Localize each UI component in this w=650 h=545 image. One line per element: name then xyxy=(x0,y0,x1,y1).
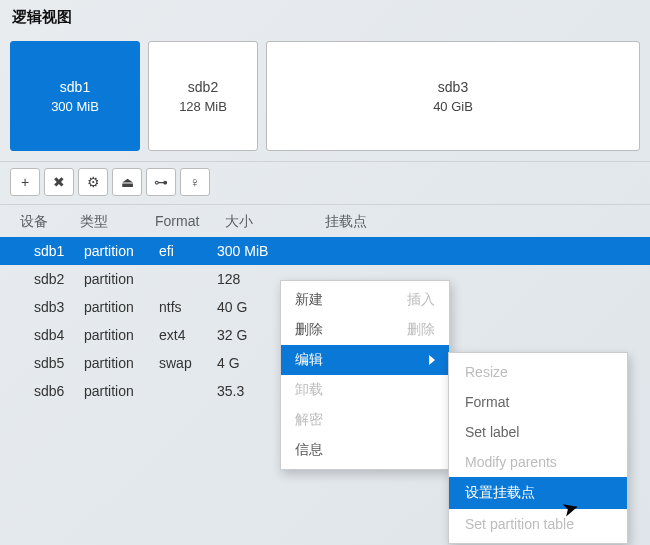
cell-device: sdb5 xyxy=(34,355,84,371)
table-header: 设备 类型 Format 大小 挂载点 xyxy=(0,205,650,237)
submenu-resize-label: Resize xyxy=(465,364,508,380)
cell-type: partition xyxy=(84,355,159,371)
partition-block-name: sdb2 xyxy=(188,79,218,95)
view-title: 逻辑视图 xyxy=(12,8,72,25)
eject-button[interactable]: ⏏ xyxy=(112,168,142,196)
col-format: Format xyxy=(155,213,225,231)
menu-unmount[interactable]: 卸载 xyxy=(281,375,449,405)
context-menu: 新建 插入 删除 删除 编辑 卸载 解密 信息 xyxy=(280,280,450,470)
partition-block-name: sdb3 xyxy=(438,79,468,95)
cell-format: ntfs xyxy=(159,299,217,315)
menu-unmount-label: 卸载 xyxy=(295,381,323,399)
cell-type: partition xyxy=(84,299,159,315)
table-row[interactable]: sdb1 partition efi 300 MiB xyxy=(0,237,650,265)
partition-block-size: 128 MiB xyxy=(179,99,227,114)
submenu-modify-parents[interactable]: Modify parents xyxy=(449,447,627,477)
cell-type: partition xyxy=(84,243,159,259)
cell-type: partition xyxy=(84,271,159,287)
submenu-set-label-label: Set label xyxy=(465,424,519,440)
add-button[interactable]: + xyxy=(10,168,40,196)
cell-format: swap xyxy=(159,355,217,371)
cell-size: 4 G xyxy=(217,355,287,371)
col-device: 设备 xyxy=(20,213,80,231)
edit-submenu: Resize Format Set label Modify parents 设… xyxy=(448,352,628,544)
submenu-format-label: Format xyxy=(465,394,509,410)
submenu-set-label[interactable]: Set label xyxy=(449,417,627,447)
menu-new-label: 新建 xyxy=(295,291,323,309)
col-mount: 挂载点 xyxy=(295,213,638,231)
chevron-right-icon xyxy=(429,355,435,365)
cell-format: ext4 xyxy=(159,327,217,343)
menu-decrypt-label: 解密 xyxy=(295,411,323,429)
menu-delete[interactable]: 删除 删除 xyxy=(281,315,449,345)
cell-size: 128 xyxy=(217,271,287,287)
cell-device: sdb2 xyxy=(34,271,84,287)
settings-button[interactable]: ⚙ xyxy=(78,168,108,196)
plus-icon: + xyxy=(21,174,29,190)
submenu-format[interactable]: Format xyxy=(449,387,627,417)
cell-device: sdb4 xyxy=(34,327,84,343)
cell-size: 32 G xyxy=(217,327,287,343)
submenu-modify-parents-label: Modify parents xyxy=(465,454,557,470)
menu-insert-label: 插入 xyxy=(407,291,435,309)
gear-icon: ⚙ xyxy=(87,174,100,190)
partition-block-size: 40 GiB xyxy=(433,99,473,114)
key-icon: ⊶ xyxy=(154,174,168,190)
bulb-icon: ♀ xyxy=(190,174,201,190)
menu-new[interactable]: 新建 插入 xyxy=(281,285,449,315)
partition-bar: sdb1 300 MiB sdb2 128 MiB sdb3 40 GiB xyxy=(0,35,650,161)
close-icon: ✖ xyxy=(53,174,65,190)
partition-block-sdb2[interactable]: sdb2 128 MiB xyxy=(148,41,258,151)
toolbar: + ✖ ⚙ ⏏ ⊶ ♀ xyxy=(0,161,650,205)
lock-button[interactable]: ⊶ xyxy=(146,168,176,196)
remove-button[interactable]: ✖ xyxy=(44,168,74,196)
menu-edit[interactable]: 编辑 xyxy=(281,345,449,375)
submenu-set-partition-table-label: Set partition table xyxy=(465,516,574,532)
col-type: 类型 xyxy=(80,213,155,231)
eject-icon: ⏏ xyxy=(121,174,134,190)
menu-info[interactable]: 信息 xyxy=(281,435,449,465)
submenu-resize[interactable]: Resize xyxy=(449,357,627,387)
partition-block-name: sdb1 xyxy=(60,79,90,95)
submenu-set-partition-table[interactable]: Set partition table xyxy=(449,509,627,539)
cell-type: partition xyxy=(84,327,159,343)
cell-device: sdb3 xyxy=(34,299,84,315)
col-size: 大小 xyxy=(225,213,295,231)
view-header: 逻辑视图 xyxy=(0,0,650,35)
menu-edit-label: 编辑 xyxy=(295,351,323,369)
hint-button[interactable]: ♀ xyxy=(180,168,210,196)
menu-decrypt[interactable]: 解密 xyxy=(281,405,449,435)
cell-device: sdb6 xyxy=(34,383,84,399)
cell-size: 35.3 xyxy=(217,383,287,399)
partition-block-size: 300 MiB xyxy=(51,99,99,114)
cell-format: efi xyxy=(159,243,217,259)
menu-delete-label: 删除 xyxy=(295,321,323,339)
cell-size: 300 MiB xyxy=(217,243,287,259)
menu-delete-right-label: 删除 xyxy=(407,321,435,339)
partition-block-sdb3[interactable]: sdb3 40 GiB xyxy=(266,41,640,151)
partition-block-sdb1[interactable]: sdb1 300 MiB xyxy=(10,41,140,151)
cell-size: 40 G xyxy=(217,299,287,315)
menu-info-label: 信息 xyxy=(295,441,323,459)
cell-device: sdb1 xyxy=(34,243,84,259)
submenu-set-mount[interactable]: 设置挂载点 xyxy=(449,477,627,509)
cell-type: partition xyxy=(84,383,159,399)
submenu-set-mount-label: 设置挂载点 xyxy=(465,484,535,500)
